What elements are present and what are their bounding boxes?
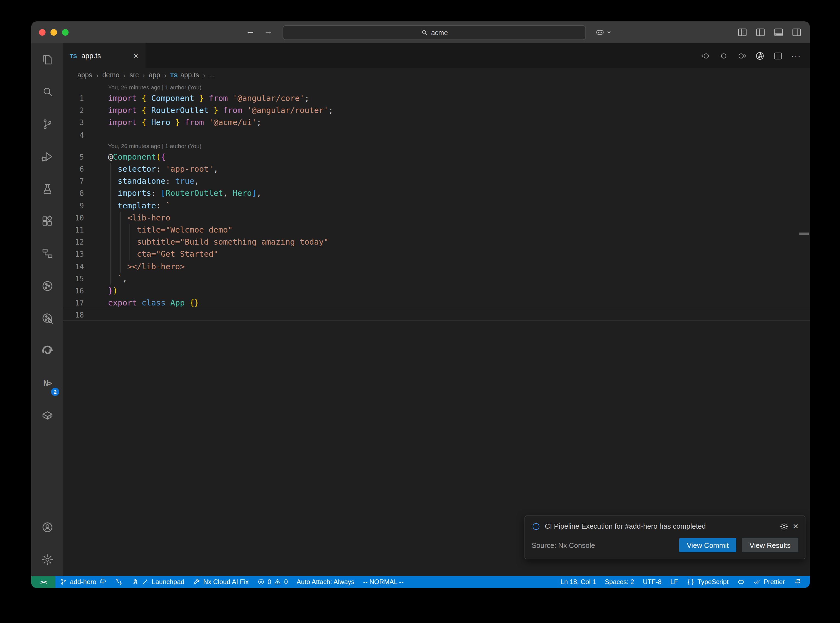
line-number: 2 <box>63 106 91 115</box>
notification-source: Source: Nx Console <box>532 541 679 549</box>
launchpad-status[interactable]: Launchpad <box>127 576 189 588</box>
activity-item-project-graph[interactable] <box>31 270 63 302</box>
activity-item-explorer[interactable] <box>31 43 63 76</box>
nx-cloud-ai-fix-status[interactable]: Nx Cloud AI Fix <box>189 576 253 588</box>
eol-status[interactable]: LF <box>666 576 682 588</box>
breadcrumb-item-[interactable]: ... <box>209 71 215 79</box>
git-compare-status[interactable] <box>111 576 127 588</box>
zoom-window-button[interactable] <box>62 29 69 36</box>
history-back-icon[interactable]: ← <box>246 26 255 36</box>
code-line-4: 4 <box>63 129 810 141</box>
breadcrumb-item-apps[interactable]: apps <box>77 71 92 79</box>
next-change-icon[interactable] <box>737 51 747 61</box>
activity-item-source-control[interactable] <box>31 108 63 140</box>
activity-item-search[interactable] <box>31 76 63 108</box>
title-bar: ← → acme <box>31 21 810 43</box>
tab-app-ts[interactable]: TS app.ts × <box>63 43 145 68</box>
code-text: subtitle="Build something amazing today" <box>91 238 329 246</box>
code-editor[interactable]: You, 26 minutes ago | 1 author (You)1imp… <box>63 82 810 576</box>
code-line-17: 17export class App {} <box>63 297 810 309</box>
activity-item-settings[interactable] <box>31 543 63 576</box>
close-tab-icon[interactable]: × <box>133 52 138 60</box>
line-number: 17 <box>63 298 91 307</box>
gear-icon <box>41 553 54 566</box>
activity-item-extensions[interactable] <box>31 205 63 238</box>
window-controls <box>39 29 69 36</box>
code-line-12: 12 subtitle="Build something amazing tod… <box>63 236 810 248</box>
line-number: 4 <box>63 130 91 139</box>
change-icon[interactable] <box>719 51 729 61</box>
code-line-1: 1import { Component } from '@angular/cor… <box>63 92 810 104</box>
status-label: Nx Cloud AI Fix <box>203 578 249 586</box>
prev-change-icon[interactable] <box>701 51 711 61</box>
typescript-file-icon: TS <box>170 72 178 78</box>
customize-layout-icon[interactable] <box>737 27 748 38</box>
command-center-search[interactable]: acme <box>283 25 586 40</box>
notification-close-icon[interactable]: × <box>793 522 798 531</box>
auto-attach-status[interactable]: Auto Attach: Always <box>292 576 359 588</box>
code-line-6: 6 selector: 'app-root', <box>63 163 810 175</box>
breadcrumb-item-src[interactable]: src <box>129 71 138 79</box>
indentation-status[interactable]: Spaces: 2 <box>600 576 639 588</box>
notification-title: CI Pipeline Execution for #add-hero has … <box>545 522 775 530</box>
line-number: 13 <box>63 250 91 259</box>
code-line-10: 10 <lib-hero <box>63 212 810 224</box>
code-line-11: 11 title="Welcmoe demo" <box>63 224 810 236</box>
vim-mode-status[interactable]: -- NORMAL -- <box>359 576 408 588</box>
copilot-status[interactable] <box>733 576 749 588</box>
activity-item-accounts[interactable] <box>31 511 63 543</box>
breadcrumb-item-app[interactable]: app <box>149 71 160 79</box>
activity-item-edge-devtools[interactable] <box>31 335 63 367</box>
problems-status[interactable]: 00 <box>253 576 292 588</box>
breadcrumb-item-demo[interactable]: demo <box>102 71 120 79</box>
activity-item-testing[interactable] <box>31 173 63 205</box>
panel-left-icon[interactable] <box>755 27 766 38</box>
line-number: 15 <box>63 274 91 283</box>
code-text: }) <box>91 286 118 295</box>
status-label: TypeScript <box>697 578 728 586</box>
notification-settings-gear-icon[interactable] <box>780 522 788 531</box>
breadcrumb-item-appts[interactable]: TSapp.ts <box>170 71 199 79</box>
activity-item-run-debug[interactable] <box>31 140 63 173</box>
notifications-status[interactable] <box>789 576 805 588</box>
split-editor-icon[interactable] <box>773 51 783 61</box>
copilot-icon <box>737 578 745 586</box>
blame-annotation: You, 26 minutes ago | 1 author (You) <box>63 141 810 151</box>
status-label: Spaces: 2 <box>605 578 634 586</box>
more-actions-icon[interactable]: ··· <box>791 51 801 60</box>
vscode-window: ← → acme N>2 TS app.ts × <box>31 21 810 588</box>
copilot-menu[interactable] <box>595 28 612 37</box>
double-check-icon <box>754 578 761 586</box>
remote-indicator[interactable]: >< <box>31 576 55 588</box>
panel-bottom-icon[interactable] <box>773 27 784 38</box>
copilot-icon <box>595 28 605 37</box>
activity-item-project-graph-search[interactable] <box>31 302 63 335</box>
code-line-15: 15 `, <box>63 272 810 284</box>
panel-right-icon[interactable] <box>791 27 802 38</box>
close-window-button[interactable] <box>39 29 46 36</box>
blame-annotation: You, 26 minutes ago | 1 author (You) <box>63 82 810 92</box>
code-line-8: 8 imports: [RouterOutlet, Hero], <box>63 187 810 199</box>
breadcrumb: apps›demo›src›app›TSapp.ts›... <box>63 68 810 82</box>
view-commit-button[interactable]: View Commit <box>679 538 737 552</box>
history-forward-icon[interactable]: → <box>264 26 273 36</box>
encoding-status[interactable]: UTF-8 <box>638 576 666 588</box>
formatter-status[interactable]: Prettier <box>749 576 789 588</box>
view-results-button[interactable]: View Results <box>742 538 798 552</box>
cursor-position-status[interactable]: Ln 18, Col 1 <box>556 576 600 588</box>
activity-item-type-hierarchy[interactable] <box>31 238 63 270</box>
code-text: imports: [RouterOutlet, Hero], <box>91 189 261 198</box>
beaker-icon <box>41 183 54 195</box>
activity-item-containers[interactable] <box>31 399 63 431</box>
language-status[interactable]: {}TypeScript <box>682 576 733 588</box>
git-branch-status[interactable]: add-hero <box>55 576 111 588</box>
compare-icon <box>115 578 123 586</box>
error-icon <box>257 578 265 586</box>
graph-icon[interactable] <box>755 51 765 61</box>
code-text: import { Component } from '@angular/core… <box>91 94 309 103</box>
activity-item-nx-console[interactable]: N>2 <box>31 367 63 399</box>
activity-bar: N>2 <box>31 43 63 576</box>
status-label: -- NORMAL -- <box>363 578 404 586</box>
code-line-16: 16}) <box>63 285 810 297</box>
minimize-window-button[interactable] <box>51 29 57 36</box>
